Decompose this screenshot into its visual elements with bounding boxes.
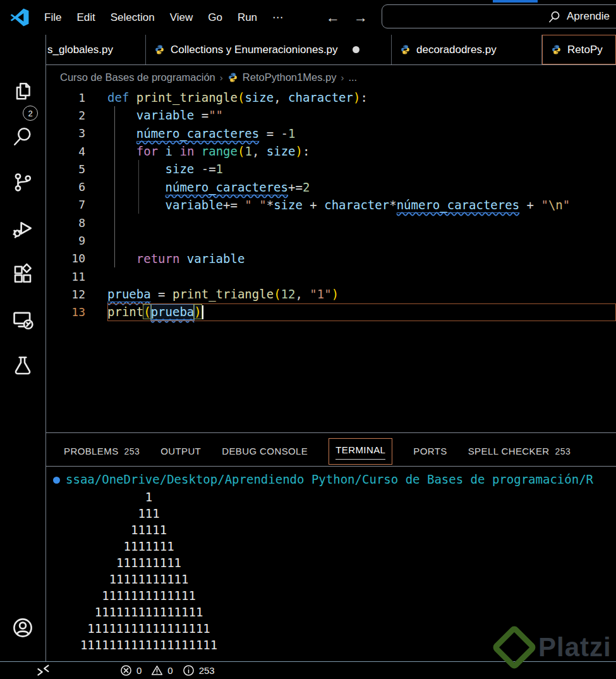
breadcrumb-item[interactable]: RetoPython1Mes.py <box>227 71 337 83</box>
info-count: 253 <box>199 665 215 676</box>
menu-file[interactable]: File <box>37 11 69 24</box>
line-number: 10 <box>46 252 85 265</box>
vscode-logo-icon <box>10 8 29 27</box>
code-text: prueba = print_triangle(12, "1") <box>85 287 339 301</box>
menu-view[interactable]: View <box>162 11 201 24</box>
code-line-4[interactable]: 4 for i in range(1, size): <box>46 142 616 160</box>
chevron-right-icon: › <box>220 72 223 83</box>
code-line-8[interactable]: 8 <box>46 214 616 231</box>
explorer-icon[interactable] <box>0 74 45 109</box>
panel-tab-bar: PROBLEMS253OUTPUTDEBUG CONSOLETERMINALPO… <box>46 436 616 467</box>
line-number: 4 <box>46 145 85 158</box>
platzi-logo-icon <box>491 624 538 671</box>
search-box-text: Aprendie <box>567 10 610 23</box>
line-number: 7 <box>46 198 85 211</box>
modified-dot-icon <box>353 46 359 53</box>
line-number: 5 <box>46 162 85 176</box>
code-text: variable ="" <box>85 108 223 122</box>
panel-tab-ports[interactable]: PORTS <box>413 446 447 456</box>
code-line-3[interactable]: 3 número_caracteres = -1 <box>46 125 616 142</box>
code-line-7[interactable]: 7 variable+= " "*size + character*número… <box>46 196 616 214</box>
remote-indicator-icon[interactable] <box>35 664 51 676</box>
code-line-9[interactable]: 9 <box>46 231 616 249</box>
terminal-path-line: ssaa/OneDrive/Desktop/Aprendiendo Python… <box>66 472 593 486</box>
text-cursor <box>202 305 203 319</box>
title-bar: FileEditSelectionViewGoRun⋯ ← → Aprendie <box>0 0 616 35</box>
account-icon[interactable] <box>0 610 45 645</box>
line-number: 13 <box>46 305 85 319</box>
panel-tab-spell-checker[interactable]: SPELL CHECKER253 <box>468 446 571 456</box>
line-number: 1 <box>46 91 85 104</box>
terminal-bullet-icon <box>53 477 60 484</box>
error-count: 0 <box>136 665 142 676</box>
terminal-output: 1 111 11111 1111111 111111111 1111111111… <box>66 489 217 653</box>
info-icon <box>183 664 195 676</box>
python-icon <box>227 72 238 83</box>
code-text: def print_triangle(size, character): <box>85 90 368 104</box>
menu-go[interactable]: Go <box>200 11 230 24</box>
code-line-5[interactable]: 5 size -=1 <box>46 160 616 178</box>
tab-collections-y-enumeracioniones-py[interactable]: Collections y Enumeracioniones.py <box>146 35 392 64</box>
command-search-box[interactable]: Aprendie <box>382 4 616 28</box>
menu-run[interactable]: Run <box>230 11 265 24</box>
line-number: 12 <box>46 288 85 301</box>
breadcrumb[interactable]: Curso de Bases de programación›RetoPytho… <box>46 66 616 89</box>
code-text: size -=1 <box>85 162 223 176</box>
line-number: 6 <box>46 180 85 193</box>
line-number: 3 <box>46 126 85 140</box>
code-line-2[interactable]: 2 variable ="" <box>46 106 616 124</box>
code-line-6[interactable]: 6 número_caracteres+=2 <box>46 178 616 195</box>
code-text: print(prueba) <box>85 305 203 320</box>
menu-edit[interactable]: Edit <box>69 11 102 24</box>
forward-arrow-icon[interactable]: → <box>351 9 370 26</box>
back-arrow-icon[interactable]: ← <box>323 9 342 26</box>
warning-count: 0 <box>167 665 172 676</box>
testing-icon[interactable] <box>0 348 45 383</box>
tab-decoradodres-py[interactable]: decoradodres.py <box>392 35 542 64</box>
code-text: return variable <box>85 252 245 266</box>
python-icon <box>154 44 165 55</box>
tab-s_globales-py[interactable]: s_globales.py <box>46 35 146 64</box>
status-bar: 0 0 253 <box>0 661 616 679</box>
panel-tab-problems[interactable]: PROBLEMS253 <box>64 446 140 456</box>
menu-selection[interactable]: Selection <box>103 11 162 24</box>
panel-tab-output[interactable]: OUTPUT <box>160 446 201 456</box>
search-icon <box>548 10 561 23</box>
code-line-1[interactable]: 1def print_triangle(size, character): <box>46 89 616 106</box>
code-editor[interactable]: 1def print_triangle(size, character):2 v… <box>46 89 616 432</box>
code-text: variable+= " "*size + character*número_c… <box>85 198 570 212</box>
code-text: for i in range(1, size): <box>85 144 310 158</box>
panel-tab-debug-console[interactable]: DEBUG CONSOLE <box>222 446 308 456</box>
tab-retopy[interactable]: RetoPy <box>542 35 616 64</box>
search-sidebar-icon[interactable] <box>0 119 45 154</box>
code-line-12[interactable]: 12prueba = print_triangle(12, "1") <box>46 285 616 303</box>
panel-tab-label: SPELL CHECKER <box>468 446 550 456</box>
python-icon <box>551 44 562 55</box>
python-icon <box>400 44 411 55</box>
panel-tab-label: OUTPUT <box>160 446 201 456</box>
line-number: 2 <box>46 109 85 122</box>
code-text: número_caracteres+=2 <box>85 180 310 194</box>
top-blue-bar <box>493 0 538 3</box>
line-number: 9 <box>46 234 85 247</box>
warning-icon <box>151 664 163 676</box>
source-control-icon[interactable] <box>0 164 45 200</box>
error-icon <box>120 664 132 676</box>
remote-explorer-icon[interactable] <box>0 302 45 338</box>
breadcrumb-item[interactable]: Curso de Bases de programación <box>60 71 215 83</box>
editor-tab-bar: s_globales.pyCollections y Enumeracionio… <box>46 35 616 65</box>
breadcrumb-item[interactable]: ... <box>348 71 357 83</box>
chevron-right-icon: › <box>341 72 344 83</box>
extensions-icon[interactable] <box>0 256 45 291</box>
panel-tab-label: PROBLEMS <box>64 446 119 456</box>
panel-tab-terminal[interactable]: TERMINAL <box>329 438 392 465</box>
run-debug-icon[interactable] <box>0 211 45 246</box>
panel-tab-badge: 253 <box>555 446 571 456</box>
code-line-13[interactable]: 13print(prueba) <box>46 303 616 321</box>
tab-label: Collections y Enumeracioniones.py <box>171 44 338 56</box>
code-line-10[interactable]: 10 return variable <box>46 250 616 267</box>
problems-summary[interactable]: 0 0 253 <box>120 662 215 679</box>
tab-label: decoradodres.py <box>416 44 497 56</box>
menu-x[interactable]: ⋯ <box>265 11 291 24</box>
code-line-11[interactable]: 11 <box>46 267 616 285</box>
